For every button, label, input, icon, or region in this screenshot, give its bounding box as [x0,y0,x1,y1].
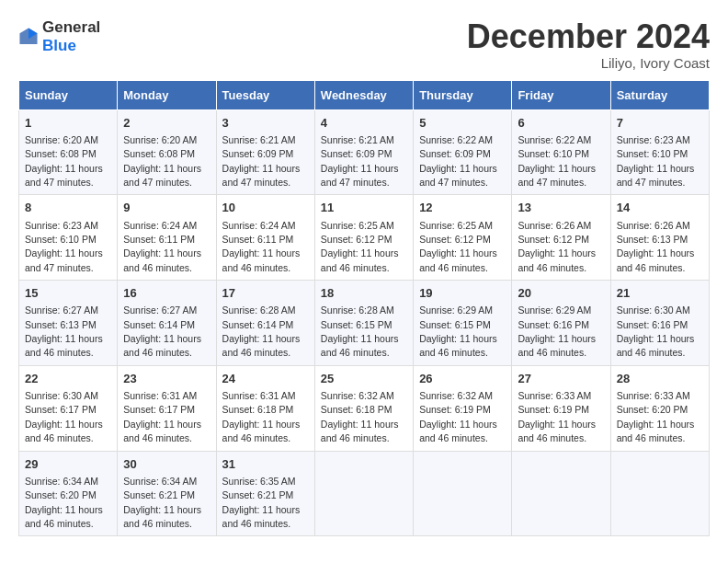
day-info: Sunrise: 6:31 AMSunset: 6:17 PMDaylight:… [123,390,201,443]
weekday-header-row: SundayMondayTuesdayWednesdayThursdayFrid… [19,80,710,109]
day-info: Sunrise: 6:29 AMSunset: 6:15 PMDaylight:… [419,304,497,358]
day-info: Sunrise: 6:21 AMSunset: 6:09 PMDaylight:… [321,134,399,188]
day-number: 1 [25,115,111,132]
day-number: 15 [25,285,111,302]
day-number: 11 [321,200,407,216]
day-number: 20 [518,285,604,302]
logo-icon [18,27,39,47]
day-number: 18 [321,285,407,302]
calendar-cell: 31Sunrise: 6:35 AMSunset: 6:21 PMDayligh… [216,451,314,536]
day-info: Sunrise: 6:26 AMSunset: 6:13 PMDaylight:… [617,220,695,273]
calendar-cell: 1Sunrise: 6:20 AMSunset: 6:08 PMDaylight… [19,109,118,195]
weekday-header-thursday: Thursday [414,80,512,109]
day-number: 10 [222,200,309,216]
calendar-cell: 25Sunrise: 6:32 AMSunset: 6:18 PMDayligh… [314,365,413,451]
day-number: 3 [222,115,309,132]
calendar-cell [314,451,413,536]
day-info: Sunrise: 6:30 AMSunset: 6:17 PMDaylight:… [25,390,103,443]
day-info: Sunrise: 6:32 AMSunset: 6:18 PMDaylight:… [321,390,399,443]
weekday-header-wednesday: Wednesday [314,80,413,109]
day-info: Sunrise: 6:27 AMSunset: 6:13 PMDaylight:… [25,304,103,358]
calendar-cell: 11Sunrise: 6:25 AMSunset: 6:12 PMDayligh… [314,195,413,281]
calendar-cell: 6Sunrise: 6:22 AMSunset: 6:10 PMDaylight… [512,109,610,195]
calendar-cell: 5Sunrise: 6:22 AMSunset: 6:09 PMDaylight… [414,109,512,195]
calendar-cell: 24Sunrise: 6:31 AMSunset: 6:18 PMDayligh… [216,365,314,451]
day-number: 16 [123,285,210,302]
calendar-cell: 3Sunrise: 6:21 AMSunset: 6:09 PMDaylight… [216,109,314,195]
calendar-cell: 14Sunrise: 6:26 AMSunset: 6:13 PMDayligh… [610,195,709,281]
day-info: Sunrise: 6:28 AMSunset: 6:15 PMDaylight:… [321,304,399,358]
day-number: 25 [321,371,407,387]
calendar-cell: 13Sunrise: 6:26 AMSunset: 6:12 PMDayligh… [512,195,610,281]
day-info: Sunrise: 6:33 AMSunset: 6:20 PMDaylight:… [617,390,695,443]
day-info: Sunrise: 6:35 AMSunset: 6:21 PMDaylight:… [222,476,301,529]
day-info: Sunrise: 6:29 AMSunset: 6:16 PMDaylight:… [518,304,596,358]
day-info: Sunrise: 6:21 AMSunset: 6:09 PMDaylight:… [222,134,301,188]
day-number: 19 [419,285,506,302]
calendar-cell: 23Sunrise: 6:31 AMSunset: 6:17 PMDayligh… [118,365,216,451]
day-info: Sunrise: 6:22 AMSunset: 6:09 PMDaylight:… [419,134,497,188]
weekday-header-tuesday: Tuesday [216,80,314,109]
day-info: Sunrise: 6:22 AMSunset: 6:10 PMDaylight:… [518,134,596,188]
calendar-cell: 27Sunrise: 6:33 AMSunset: 6:19 PMDayligh… [512,365,610,451]
calendar-cell: 28Sunrise: 6:33 AMSunset: 6:20 PMDayligh… [610,365,709,451]
month-title: December 2024 [467,18,710,55]
weekday-header-monday: Monday [118,80,216,109]
day-number: 8 [25,200,111,216]
calendar-cell: 20Sunrise: 6:29 AMSunset: 6:16 PMDayligh… [512,281,610,366]
calendar-table: SundayMondayTuesdayWednesdayThursdayFrid… [18,80,710,537]
day-number: 13 [518,200,604,216]
calendar-cell: 15Sunrise: 6:27 AMSunset: 6:13 PMDayligh… [19,281,118,366]
calendar-cell: 26Sunrise: 6:32 AMSunset: 6:19 PMDayligh… [414,365,512,451]
day-info: Sunrise: 6:23 AMSunset: 6:10 PMDaylight:… [617,134,695,188]
calendar-cell: 9Sunrise: 6:24 AMSunset: 6:11 PMDaylight… [118,195,216,281]
day-number: 28 [617,371,703,387]
calendar-cell: 19Sunrise: 6:29 AMSunset: 6:15 PMDayligh… [414,281,512,366]
calendar-cell: 30Sunrise: 6:34 AMSunset: 6:21 PMDayligh… [118,451,216,536]
week-row-1: 1Sunrise: 6:20 AMSunset: 6:08 PMDaylight… [19,109,710,195]
day-number: 29 [25,456,111,473]
day-number: 2 [123,115,210,132]
logo: General Blue [18,18,100,55]
day-number: 17 [222,285,309,302]
calendar-cell: 10Sunrise: 6:24 AMSunset: 6:11 PMDayligh… [216,195,314,281]
day-number: 12 [419,200,506,216]
day-number: 4 [321,115,407,132]
week-row-4: 22Sunrise: 6:30 AMSunset: 6:17 PMDayligh… [19,365,710,451]
day-info: Sunrise: 6:24 AMSunset: 6:11 PMDaylight:… [123,220,201,273]
day-info: Sunrise: 6:30 AMSunset: 6:16 PMDaylight:… [617,304,695,358]
calendar-cell: 18Sunrise: 6:28 AMSunset: 6:15 PMDayligh… [314,281,413,366]
calendar-cell: 12Sunrise: 6:25 AMSunset: 6:12 PMDayligh… [414,195,512,281]
day-number: 14 [617,200,703,216]
day-number: 5 [419,115,506,132]
calendar-cell: 29Sunrise: 6:34 AMSunset: 6:20 PMDayligh… [19,451,118,536]
page-header: General Blue December 2024 Liliyo, Ivory… [18,18,710,71]
week-row-2: 8Sunrise: 6:23 AMSunset: 6:10 PMDaylight… [19,195,710,281]
calendar-cell [512,451,610,536]
weekday-header-friday: Friday [512,80,610,109]
calendar-cell: 22Sunrise: 6:30 AMSunset: 6:17 PMDayligh… [19,365,118,451]
weekday-header-saturday: Saturday [610,80,709,109]
day-info: Sunrise: 6:25 AMSunset: 6:12 PMDaylight:… [321,220,399,273]
day-info: Sunrise: 6:20 AMSunset: 6:08 PMDaylight:… [123,134,201,188]
day-info: Sunrise: 6:33 AMSunset: 6:19 PMDaylight:… [518,390,596,443]
day-number: 7 [617,115,703,132]
location: Liliyo, Ivory Coast [467,55,710,71]
day-number: 9 [123,200,210,216]
calendar-cell: 2Sunrise: 6:20 AMSunset: 6:08 PMDaylight… [118,109,216,195]
calendar-cell [414,451,512,536]
day-number: 26 [419,371,506,387]
day-number: 22 [25,371,111,387]
calendar-cell: 21Sunrise: 6:30 AMSunset: 6:16 PMDayligh… [610,281,709,366]
day-number: 31 [222,456,309,473]
calendar-cell: 4Sunrise: 6:21 AMSunset: 6:09 PMDaylight… [314,109,413,195]
logo-general: General Blue [42,18,100,55]
day-number: 24 [222,371,309,387]
day-info: Sunrise: 6:32 AMSunset: 6:19 PMDaylight:… [419,390,497,443]
week-row-5: 29Sunrise: 6:34 AMSunset: 6:20 PMDayligh… [19,451,710,536]
day-number: 30 [123,456,210,473]
day-info: Sunrise: 6:25 AMSunset: 6:12 PMDaylight:… [419,220,497,273]
calendar-body: 1Sunrise: 6:20 AMSunset: 6:08 PMDaylight… [19,109,710,536]
day-number: 23 [123,371,210,387]
day-number: 27 [518,371,604,387]
